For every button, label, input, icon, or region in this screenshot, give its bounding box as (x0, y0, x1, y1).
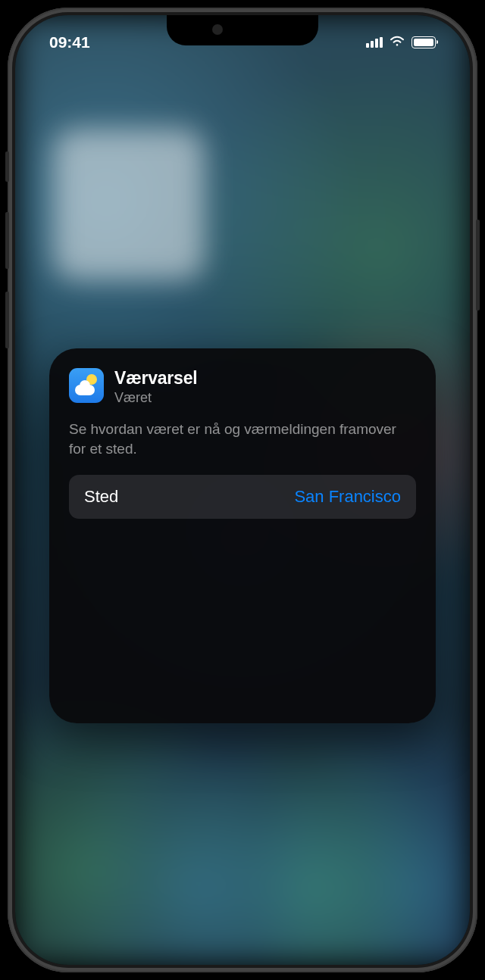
widget-titles: Værvarsel Været (114, 368, 197, 406)
widget-description: Se hvordan været er nå og værmeldingen f… (69, 420, 416, 458)
widget-configuration-sheet[interactable]: Værvarsel Været Se hvordan været er nå o… (49, 348, 436, 723)
side-buttons-right (476, 220, 480, 333)
mute-switch (5, 151, 9, 182)
cellular-signal-icon (366, 37, 383, 48)
setting-label: Sted (84, 487, 118, 507)
status-icons (366, 35, 436, 50)
side-buttons-left (5, 151, 9, 371)
widget-title: Værvarsel (114, 368, 197, 389)
wifi-icon (389, 35, 405, 50)
background-widget-blur (53, 129, 205, 280)
widget-header: Værvarsel Været (69, 368, 416, 406)
setting-value: San Francisco (294, 487, 401, 507)
phone-device-frame: 09:41 (8, 8, 477, 972)
widget-app-name: Været (114, 390, 197, 406)
weather-app-icon (69, 368, 104, 403)
volume-up-button (5, 212, 9, 269)
location-setting-row[interactable]: Sted San Francisco (69, 475, 416, 519)
status-time: 09:41 (49, 33, 90, 51)
power-button (476, 220, 480, 311)
phone-screen: 09:41 (15, 15, 470, 965)
volume-down-button (5, 292, 9, 348)
battery-icon (411, 36, 436, 48)
display-notch (167, 15, 318, 45)
